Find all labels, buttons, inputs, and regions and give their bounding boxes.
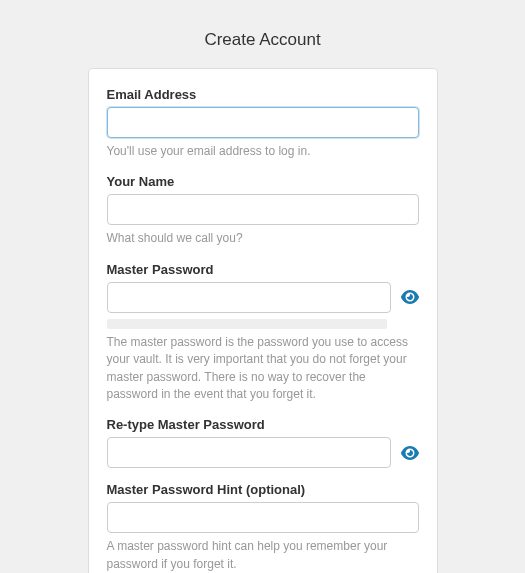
password-hint-label: Master Password Hint (optional) — [107, 482, 419, 497]
name-hint: What should we call you? — [107, 230, 419, 247]
name-field[interactable] — [107, 194, 419, 225]
master-password-hint: The master password is the password you … — [107, 334, 419, 404]
email-field[interactable] — [107, 107, 419, 138]
name-label: Your Name — [107, 174, 419, 189]
email-label: Email Address — [107, 87, 419, 102]
email-hint: You'll use your email address to log in. — [107, 143, 419, 160]
retype-password-field[interactable] — [107, 437, 391, 468]
eye-icon — [401, 444, 419, 462]
password-hint-hint: A master password hint can help you reme… — [107, 538, 419, 573]
master-password-field[interactable] — [107, 282, 391, 313]
name-group: Your Name What should we call you? — [107, 174, 419, 247]
password-hint-field[interactable] — [107, 502, 419, 533]
retype-password-label: Re-type Master Password — [107, 417, 419, 432]
page-title: Create Account — [0, 0, 525, 68]
email-group: Email Address You'll use your email addr… — [107, 87, 419, 160]
signup-card: Email Address You'll use your email addr… — [88, 68, 438, 573]
retype-password-group: Re-type Master Password — [107, 417, 419, 468]
master-password-group: Master Password The master password is t… — [107, 262, 419, 404]
master-password-label: Master Password — [107, 262, 419, 277]
toggle-retype-password-visibility[interactable] — [401, 444, 419, 462]
eye-icon — [401, 288, 419, 306]
toggle-master-password-visibility[interactable] — [401, 288, 419, 306]
password-hint-group: Master Password Hint (optional) A master… — [107, 482, 419, 573]
password-strength-bar — [107, 319, 387, 329]
